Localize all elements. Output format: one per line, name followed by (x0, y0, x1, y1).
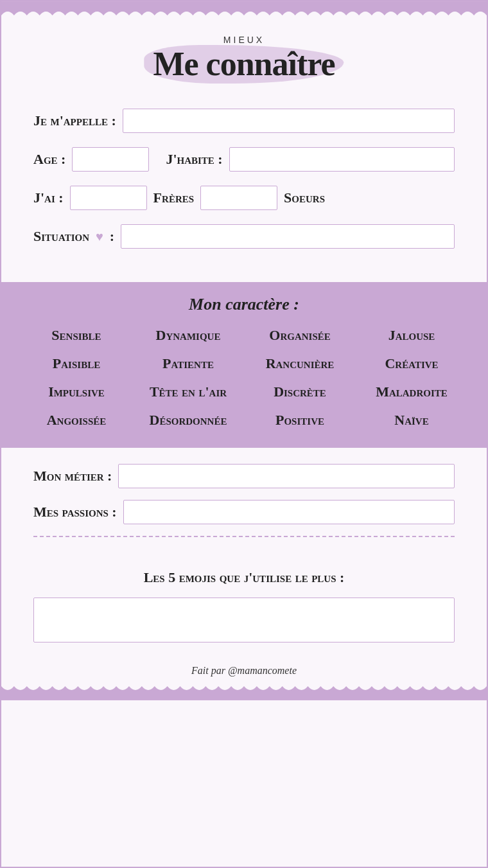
caractere-grid: Sensible Dynamique Organisée Jalouse Pai… (21, 327, 467, 429)
caractere-title: Mon caractère : (21, 295, 467, 314)
footer-credit: Fait par @mamancomete (191, 665, 297, 676)
name-input[interactable] (123, 109, 455, 133)
trait-creative[interactable]: Créative (356, 355, 467, 372)
siblings-row: J'ai : Frères Soeurs (33, 186, 455, 210)
trait-jalouse[interactable]: Jalouse (356, 327, 467, 344)
heart-icon: ♥ (96, 229, 103, 244)
situation-label: Situation (33, 228, 89, 245)
form-section: Je m'appelle : Age : J'habite : J'ai : F… (1, 96, 487, 282)
metier-input[interactable] (118, 464, 455, 488)
emoji-title: Les 5 emojis que j'utilise le plus : (33, 569, 455, 586)
passions-label: Mes passions : (33, 504, 117, 520)
metier-label: Mon métier : (33, 468, 112, 484)
situation-colon: : (110, 228, 114, 245)
scallop-bottom (1, 686, 487, 700)
name-label: Je m'appelle : (33, 112, 116, 129)
main-title: Me connaître (153, 45, 335, 83)
caractere-section: Mon caractère : Sensible Dynamique Organ… (1, 282, 487, 448)
sisters-input[interactable] (200, 186, 277, 210)
trait-discrete[interactable]: Discrète (244, 384, 356, 400)
trait-naive[interactable]: Naïve (356, 412, 467, 429)
trait-sensible[interactable]: Sensible (21, 327, 132, 344)
situation-input[interactable] (121, 224, 455, 249)
trait-angoissee[interactable]: Angoissée (21, 412, 132, 429)
trait-maladroite[interactable]: Maladroite (356, 384, 467, 400)
trait-impulsive[interactable]: Impulsive (21, 384, 132, 400)
brothers-input[interactable] (70, 186, 147, 210)
emoji-section: Les 5 emojis que j'utilise le plus : (1, 563, 487, 655)
trait-desordonnee[interactable]: Désordonnée (132, 412, 244, 429)
trait-paisible[interactable]: Paisible (21, 355, 132, 372)
brothers-label: Frères (153, 190, 194, 206)
passions-input[interactable] (123, 500, 455, 524)
info-section: Mon métier : Mes passions : (1, 448, 487, 563)
footer: Fait par @mamancomete (1, 655, 487, 686)
siblings-label: J'ai : (33, 190, 64, 206)
city-label: J'habite : (166, 151, 222, 168)
age-city-row: Age : J'habite : (33, 147, 455, 172)
age-input[interactable] (72, 147, 149, 172)
trait-tete-en-lair[interactable]: Tête en l'air (132, 384, 244, 400)
situation-row: Situation ♥ : (33, 224, 455, 249)
name-row: Je m'appelle : (33, 109, 455, 133)
passions-row: Mes passions : (33, 500, 455, 524)
trait-patiente[interactable]: Patiente (132, 355, 244, 372)
trait-organisee[interactable]: Organisée (244, 327, 356, 344)
trait-dynamique[interactable]: Dynamique (132, 327, 244, 344)
city-input[interactable] (229, 147, 455, 172)
scallop-top (1, 1, 487, 15)
header: mieux Me connaître (1, 15, 487, 96)
dotted-divider (33, 536, 455, 537)
trait-rancuniere[interactable]: Rancunière (244, 355, 356, 372)
sisters-label: Soeurs (284, 190, 325, 206)
title-container: Me connaître (153, 45, 335, 83)
metier-row: Mon métier : (33, 464, 455, 488)
trait-positive[interactable]: Positive (244, 412, 356, 429)
age-label: Age : (33, 151, 65, 168)
subtitle: mieux (27, 35, 461, 45)
emoji-input[interactable] (33, 598, 455, 642)
